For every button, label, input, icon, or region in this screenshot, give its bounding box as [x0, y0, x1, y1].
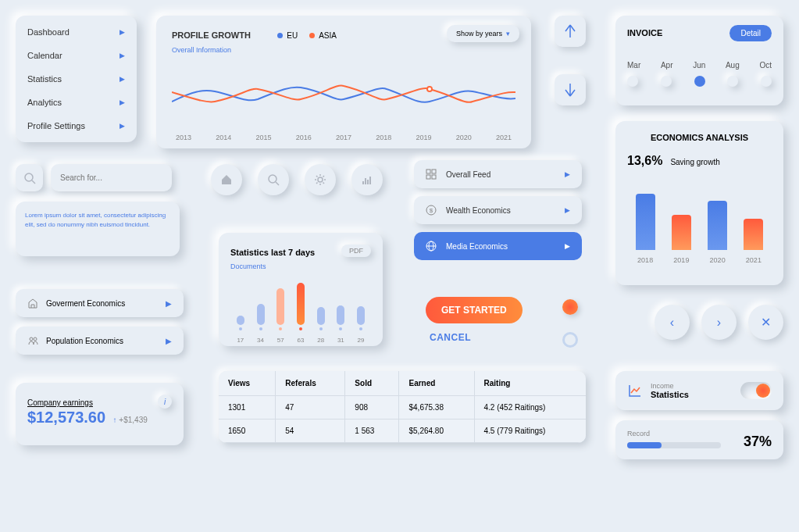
col-views: Views	[219, 371, 276, 396]
cancel-button[interactable]: CANCEL	[430, 332, 471, 343]
profile-growth-card: PROFILE GROWTH EU ASIA Show by years▾ Ov…	[156, 16, 531, 148]
toggle-knob-icon	[756, 384, 770, 398]
month-radio-active[interactable]	[694, 76, 705, 87]
progress-value: 37%	[744, 434, 772, 450]
feed-item-wealth[interactable]: $ Wealth Economics▶	[414, 196, 582, 224]
col-earned: Earned	[399, 371, 474, 396]
population-economics-item[interactable]: Population Economics▶	[16, 327, 184, 355]
svg-text:$: $	[430, 207, 433, 214]
svg-point-5	[318, 177, 323, 182]
prev-button[interactable]: ‹	[655, 305, 690, 340]
search-input[interactable]	[51, 164, 172, 191]
col-raiting: Raiting	[474, 371, 586, 396]
search-icon-button[interactable]	[258, 164, 289, 195]
icon-toolbar	[211, 164, 383, 195]
chart-legend: EU ASIA	[277, 31, 337, 40]
sidebar-item-calendar[interactable]: Calendar▶	[16, 44, 137, 67]
arrow-up-button[interactable]	[555, 16, 586, 47]
dollar-icon: $	[426, 205, 437, 216]
chevron-right-icon: ▶	[565, 242, 570, 250]
feed-label: Wealth Economics	[446, 206, 511, 215]
search-icon	[23, 172, 36, 184]
progress-bar	[627, 442, 721, 448]
get-started-button[interactable]: GET STARTED	[426, 297, 523, 323]
sidebar-label: Analytics	[27, 98, 62, 107]
chart-title: PROFILE GROWTH	[172, 30, 251, 40]
sidebar-item-analytics[interactable]: Analytics▶	[16, 91, 137, 114]
legend-label: ASIA	[319, 31, 337, 40]
chevron-right-icon: ▶	[565, 206, 570, 214]
search-icon-button[interactable]	[16, 164, 43, 191]
arrow-down-button[interactable]	[555, 74, 586, 105]
next-button[interactable]: ›	[701, 305, 737, 340]
chevron-right-icon: ▶	[166, 299, 172, 308]
svg-point-3	[269, 175, 276, 183]
pdf-button[interactable]: PDF	[341, 245, 371, 257]
sidebar-label: Statistics	[27, 74, 62, 84]
economics-analysis-card: ECONOMICS ANALYSIS 13,6%Saving growth 20…	[615, 121, 783, 285]
chevron-left-icon: ‹	[670, 316, 674, 330]
month-selector: MarAprJunAugOct	[627, 61, 772, 70]
legend-dot-eu	[277, 33, 283, 38]
item-label: Population Economics	[46, 337, 123, 345]
arrow-down-icon	[564, 82, 576, 98]
svg-rect-10	[426, 170, 430, 173]
sidebar-item-dashboard[interactable]: Dashboard▶	[16, 20, 137, 44]
sidebar-item-statistics[interactable]: Statistics▶	[16, 67, 137, 91]
line-chart	[172, 60, 515, 130]
chevron-right-icon: ›	[717, 316, 721, 330]
building-icon	[27, 298, 38, 309]
income-stats-card: Income Statistics	[615, 371, 783, 410]
sidebar-nav: Dashboard▶ Calendar▶ Statistics▶ Analyti…	[16, 16, 137, 142]
svg-point-20	[34, 337, 37, 341]
col-sold: Sold	[345, 371, 399, 396]
legend-label: EU	[287, 31, 298, 40]
svg-point-19	[30, 337, 33, 341]
month-radio[interactable]	[761, 76, 772, 87]
home-icon-button[interactable]	[211, 164, 242, 195]
feed-item-overall[interactable]: Overall Feed▶	[414, 160, 582, 188]
month-radio[interactable]	[627, 76, 638, 87]
month-radio[interactable]	[661, 76, 672, 87]
table-row: 1650541 563$5,264.804.5 (779 Raitings)	[219, 420, 586, 443]
invoice-title: INVOICE	[627, 28, 662, 37]
col-referals: Referals	[276, 371, 345, 396]
blue-indicator-icon	[562, 332, 578, 348]
chart-x-axis: 201320142015201620172018201920202021	[172, 134, 515, 141]
feed-item-media[interactable]: Media Economics▶	[414, 232, 582, 260]
data-table-wrap: Views Referals Sold Earned Raiting 13014…	[219, 371, 586, 443]
svg-rect-8	[367, 180, 369, 184]
stats-title: Statistics last 7 days	[230, 248, 315, 257]
bar-chart-icon	[361, 173, 373, 186]
bar-labels: 17345763283129	[230, 337, 371, 344]
show-by-dropdown[interactable]: Show by years▾	[447, 25, 519, 42]
income-top-label: Income	[651, 382, 689, 390]
sidebar-item-profile-settings[interactable]: Profile Settings▶	[16, 114, 137, 137]
stats-7-card: Statistics last 7 days PDF Documents 173…	[219, 233, 383, 346]
data-table: Views Referals Sold Earned Raiting 13014…	[219, 371, 586, 443]
chart-line-icon	[627, 383, 643, 398]
info-icon[interactable]: i	[158, 395, 172, 409]
chevron-right-icon: ▶	[119, 75, 125, 83]
chart-icon-button[interactable]	[351, 164, 383, 195]
table-row: 130147908$4,675.384.2 (452 Raitings)	[219, 396, 586, 420]
chevron-right-icon: ▶	[119, 98, 125, 106]
show-by-label: Show by years	[456, 30, 502, 37]
sidebar-label: Dashboard	[27, 27, 70, 37]
earnings-delta: ↑ +$1,439	[113, 416, 148, 424]
gear-icon	[314, 173, 326, 186]
income-toggle[interactable]	[740, 382, 772, 399]
svg-rect-7	[365, 178, 366, 184]
goverment-economics-item[interactable]: Goverment Economics▶	[16, 289, 184, 317]
chevron-right-icon: ▶	[166, 337, 172, 345]
svg-rect-11	[432, 170, 436, 173]
month-radio[interactable]	[727, 76, 738, 87]
detail-button[interactable]: Detail	[729, 25, 772, 41]
chevron-right-icon: ▶	[119, 52, 125, 59]
arrow-up-icon	[564, 23, 576, 39]
close-button[interactable]: ✕	[748, 305, 783, 340]
econ-x-axis: 2018201920202021	[627, 256, 772, 264]
bar-chart-7	[230, 278, 371, 325]
settings-icon-button[interactable]	[305, 164, 336, 195]
earnings-title: Company earnings	[27, 398, 93, 407]
